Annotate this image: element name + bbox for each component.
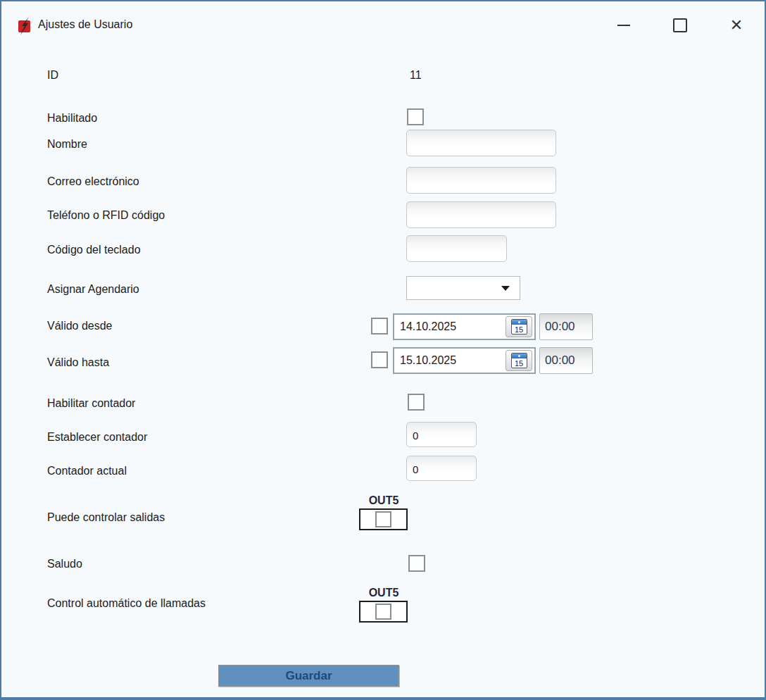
valido-hasta-date-value: 15.10.2025 xyxy=(400,354,456,367)
puede-controlar-salidas-output-checkbox[interactable] xyxy=(375,511,391,527)
app-icon xyxy=(17,17,34,35)
establecer-contador-input[interactable] xyxy=(406,422,477,447)
valido-desde-date-value: 14.10.2025 xyxy=(400,320,456,333)
save-button[interactable]: Guardar xyxy=(218,665,399,687)
control-automatico-output-box xyxy=(359,601,408,623)
puede-controlar-salidas-output-box xyxy=(359,508,408,530)
control-automatico-label: Control automático de llamadas xyxy=(47,597,206,610)
valido-desde-calendar-button[interactable]: 15 xyxy=(506,316,532,337)
control-automatico-output-checkbox[interactable] xyxy=(375,604,391,620)
id-label: ID xyxy=(47,69,58,82)
contador-actual-label: Contador actual xyxy=(47,465,127,477)
correo-label: Correo electrónico xyxy=(47,175,139,188)
close-button[interactable]: ✕ xyxy=(720,14,753,37)
saludo-label: Saludo xyxy=(47,558,82,570)
calendar-icon: 15 xyxy=(511,353,527,368)
telefono-label: Teléfono o RFID código xyxy=(47,209,165,222)
codigo-teclado-input[interactable] xyxy=(406,235,507,262)
valido-desde-time-field[interactable]: 00:00 xyxy=(539,313,593,340)
output-name-label: OUT5 xyxy=(359,494,408,507)
user-settings-window: Ajustes de Usuario ✕ ID 11 Habilitado No… xyxy=(0,0,766,700)
telefono-input[interactable] xyxy=(406,201,556,228)
valido-hasta-calendar-button[interactable]: 15 xyxy=(506,350,532,371)
maximize-icon xyxy=(673,18,687,32)
agendario-dropdown[interactable] xyxy=(406,276,520,300)
habilitar-contador-label: Habilitar contador xyxy=(47,397,135,410)
minimize-button[interactable] xyxy=(608,14,640,37)
calendar-icon: 15 xyxy=(511,319,527,335)
nombre-input[interactable] xyxy=(406,130,556,156)
puede-controlar-salidas-output-group: OUT5 xyxy=(359,494,408,530)
minimize-icon xyxy=(617,25,630,26)
nombre-label: Nombre xyxy=(47,138,87,151)
window-title: Ajustes de Usuario xyxy=(38,18,132,31)
control-automatico-output-group: OUT5 xyxy=(359,587,408,623)
codigo-teclado-label: Código del teclado xyxy=(47,244,141,256)
valido-hasta-time-field[interactable]: 00:00 xyxy=(539,347,593,374)
establecer-contador-label: Establecer contador xyxy=(47,431,147,444)
habilitar-contador-checkbox[interactable] xyxy=(408,394,425,411)
maximize-button[interactable] xyxy=(664,14,696,37)
correo-input[interactable] xyxy=(406,167,556,194)
valido-hasta-checkbox[interactable] xyxy=(371,351,388,368)
close-icon: ✕ xyxy=(730,18,743,33)
id-value: 11 xyxy=(410,69,422,82)
title-bar: Ajustes de Usuario ✕ xyxy=(1,1,765,45)
valido-hasta-date-field[interactable]: 15.10.2025 15 xyxy=(393,347,536,374)
output-name-label: OUT5 xyxy=(359,587,408,599)
valido-desde-checkbox[interactable] xyxy=(371,318,388,335)
puede-controlar-salidas-label: Puede controlar salidas xyxy=(47,511,165,524)
valido-hasta-label: Válido hasta xyxy=(47,356,109,369)
habilitado-checkbox[interactable] xyxy=(407,108,424,125)
chevron-down-icon xyxy=(501,286,510,291)
contador-actual-input[interactable] xyxy=(406,456,477,481)
saludo-checkbox[interactable] xyxy=(408,555,425,572)
valido-desde-date-field[interactable]: 14.10.2025 15 xyxy=(393,313,536,340)
valido-desde-label: Válido desde xyxy=(47,320,113,332)
agendario-label: Asignar Agendario xyxy=(47,283,139,296)
habilitado-label: Habilitado xyxy=(47,112,97,125)
